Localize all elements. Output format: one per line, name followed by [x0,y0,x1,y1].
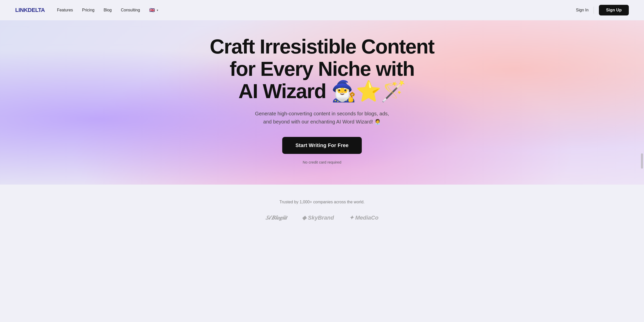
hero-content: Craft Irresistible Content for Every Nic… [210,35,434,164]
navbar-left: LINKDELTA Features Pricing Blog Consulti… [15,7,159,13]
nav-link-pricing[interactable]: Pricing [82,8,94,12]
nav-divider [594,7,594,14]
navbar: LINKDELTA Features Pricing Blog Consulti… [0,0,644,20]
flag-icon: 🇬🇧 [149,7,155,13]
language-selector[interactable]: 🇬🇧 ▼ [149,7,159,13]
nav-item-consulting[interactable]: Consulting [121,8,140,12]
sign-up-button[interactable]: Sign Up [599,5,629,15]
company-logo-2: ◆ SkyBrand [302,214,334,221]
company-logos-row: 𝑆𝓁 𝑩𝒍𝒐𝒈𝒊𝒊𝒕 ◆ SkyBrand ✦ MediaCo [5,214,639,221]
hero-title: Craft Irresistible Content for Every Nic… [210,35,434,102]
company-logo-3: ✦ MediaCo [349,214,378,221]
chevron-down-icon: ▼ [156,9,159,12]
hero-title-line3: AI Wizard 🧙‍♂️⭐🪄 [238,80,406,102]
scrollbar-indicator[interactable] [641,153,643,169]
nav-item-features[interactable]: Features [57,8,73,12]
hero-section: Craft Irresistible Content for Every Nic… [0,20,644,185]
nav-link-features[interactable]: Features [57,8,73,12]
hero-title-line1: Craft Irresistible Content [210,35,434,58]
nav-link-blog[interactable]: Blog [104,8,112,12]
hero-cta-container: Start Writing For Free No credit card re… [210,137,434,164]
cta-button[interactable]: Start Writing For Free [282,137,362,154]
nav-links: Features Pricing Blog Consulting 🇬🇧 ▼ [57,7,159,13]
no-credit-card-text: No credit card required [210,160,434,164]
trusted-by-text: Trusted by 1,000+ companies across the w… [5,200,639,204]
social-proof-section: Trusted by 1,000+ companies across the w… [0,185,644,231]
nav-item-pricing[interactable]: Pricing [82,8,94,12]
hero-title-line2: for Every Niche with [230,58,414,80]
brand-logo[interactable]: LINKDELTA [15,7,45,13]
nav-link-consulting[interactable]: Consulting [121,8,140,12]
company-logo-blogiit: 𝑆𝓁 𝑩𝒍𝒐𝒈𝒊𝒊𝒕 [266,214,287,221]
sign-in-link[interactable]: Sign In [576,8,589,12]
hero-subtitle: Generate high-converting content in seco… [251,110,393,126]
navbar-right: Sign In Sign Up [576,5,629,15]
nav-item-blog[interactable]: Blog [104,8,112,12]
nav-item-lang[interactable]: 🇬🇧 ▼ [149,7,159,13]
